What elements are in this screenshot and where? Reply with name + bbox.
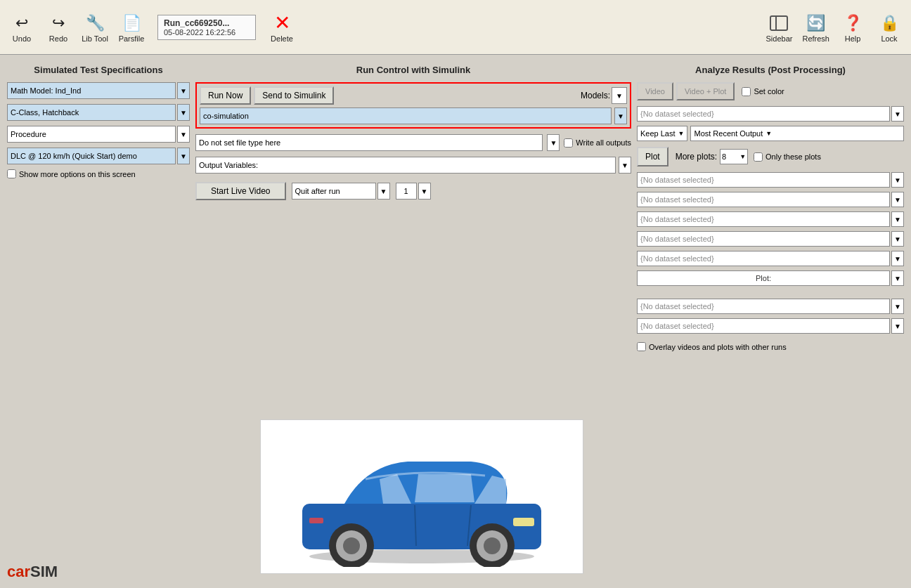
- video-button[interactable]: Video: [637, 82, 673, 100]
- more-plots-label: More plots:: [676, 152, 717, 162]
- run-control-row2: co-simulation ▼: [200, 107, 627, 124]
- dataset-select-6[interactable]: {No dataset selected}: [637, 251, 890, 266]
- dataset-select-2[interactable]: {No dataset selected}: [637, 172, 890, 188]
- math-model-row: Math Model: Ind_Ind ▼: [7, 82, 190, 99]
- undo-button[interactable]: ↩ Undo: [4, 9, 39, 46]
- delete-button[interactable]: ✕ Delete: [264, 9, 299, 46]
- delete-icon: ✕: [271, 12, 293, 34]
- sidebar-label: Sidebar: [766, 34, 793, 43]
- dataset-arrow-5[interactable]: ▼: [891, 231, 904, 247]
- keep-last-row: Keep Last ▼ Most Recent Output ▼: [637, 126, 904, 141]
- keep-last-select[interactable]: Keep Last ▼: [637, 126, 687, 141]
- start-live-video-button[interactable]: Start Live Video: [195, 182, 286, 200]
- co-simulation-label: co-simulation: [203, 112, 249, 120]
- dataset-row-7: {No dataset selected} ▼: [637, 299, 904, 314]
- dataset-select-3[interactable]: {No dataset selected}: [637, 192, 890, 207]
- overlay-checkbox[interactable]: [637, 342, 646, 351]
- svg-rect-11: [309, 518, 323, 523]
- sidebar-button[interactable]: Sidebar: [761, 9, 796, 46]
- dataset-arrow-4[interactable]: ▼: [891, 211, 904, 227]
- co-simulation-dropdown[interactable]: co-simulation: [200, 107, 612, 124]
- procedure-label: Procedure: [11, 130, 46, 138]
- plot-section-row: Plot: ▼: [637, 270, 904, 286]
- run-now-button[interactable]: Run Now: [200, 86, 251, 105]
- math-model-arrow[interactable]: ▼: [177, 82, 190, 99]
- write-all-outputs-checkbox[interactable]: [564, 138, 573, 148]
- dataset-select-7[interactable]: {No dataset selected}: [637, 299, 890, 314]
- vehicle-row: C-Class, Hatchback ▼: [7, 104, 190, 121]
- vehicle-arrow[interactable]: ▼: [177, 104, 190, 121]
- plot-main-row: Plot More plots: 8 ▼ Only these plots: [637, 147, 904, 166]
- quit-after-run-label: Quit after run: [295, 187, 340, 195]
- video-plot-button[interactable]: Video + Plot: [676, 82, 735, 100]
- quit-after-run-arrow[interactable]: ▼: [377, 183, 390, 200]
- svg-rect-10: [513, 518, 534, 526]
- procedure-dropdown[interactable]: Procedure: [7, 126, 176, 143]
- parsfile-button[interactable]: 📄 Parsfile: [114, 9, 149, 46]
- refresh-button[interactable]: 🔄 Refresh: [798, 9, 834, 46]
- help-button[interactable]: ❓ Help: [835, 9, 870, 46]
- output-variables-dropdown[interactable]: Output Variables:: [195, 157, 616, 174]
- dataset-arrow-1[interactable]: ▼: [891, 106, 904, 122]
- dataset-select-4[interactable]: {No dataset selected}: [637, 211, 890, 227]
- models-label: Models:: [581, 91, 610, 100]
- math-model-dropdown[interactable]: Math Model: Ind_Ind: [7, 82, 176, 99]
- dataset-select-1[interactable]: {No dataset selected}: [637, 106, 890, 122]
- lock-icon: 🔒: [878, 12, 900, 34]
- lib-tool-button[interactable]: 🔧 Lib Tool: [77, 9, 112, 46]
- carsim-logo: carSIM: [7, 563, 58, 581]
- dataset-row-3: {No dataset selected} ▼: [637, 192, 904, 207]
- simulated-test-title: Simulated Test Specifications: [7, 62, 190, 79]
- dataset-arrow-6[interactable]: ▼: [891, 251, 904, 266]
- dataset-select-8[interactable]: {No dataset selected}: [637, 318, 890, 334]
- output-variables-arrow[interactable]: ▼: [619, 157, 631, 174]
- models-arrow[interactable]: ▼: [612, 87, 627, 104]
- only-these-plots-row: Only these plots: [754, 152, 821, 162]
- file-type-row: Do not set file type here ▼ Write all ou…: [195, 134, 631, 151]
- only-these-plots-label: Only these plots: [765, 152, 821, 161]
- dlc-row: DLC @ 120 km/h (Quick Start) demo ▼: [7, 148, 190, 164]
- output-variables-label: Output Variables:: [199, 161, 258, 169]
- file-type-dropdown[interactable]: Do not set file type here: [195, 134, 543, 151]
- plot-button[interactable]: Plot: [637, 147, 668, 166]
- procedure-arrow[interactable]: ▼: [177, 126, 190, 143]
- show-more-checkbox[interactable]: [7, 169, 16, 178]
- dataset-select-5[interactable]: {No dataset selected}: [637, 231, 890, 247]
- run-count-dropdown[interactable]: 1: [396, 183, 417, 200]
- more-plots-count[interactable]: 8 ▼: [720, 149, 748, 164]
- dataset-arrow-7[interactable]: ▼: [891, 299, 904, 314]
- output-variables-row: Output Variables: ▼: [195, 157, 631, 174]
- dlc-dropdown[interactable]: DLC @ 120 km/h (Quick Start) demo: [7, 148, 176, 164]
- plot-section-label: Plot:: [756, 274, 771, 282]
- send-to-simulink-button[interactable]: Send to Simulink: [254, 86, 334, 105]
- co-simulation-arrow[interactable]: ▼: [614, 107, 627, 124]
- dlc-arrow[interactable]: ▼: [177, 148, 190, 164]
- show-more-label: Show more options on this screen: [19, 170, 136, 178]
- parsfile-label: Parsfile: [119, 34, 145, 43]
- run-count-label: 1: [403, 187, 408, 195]
- plot-section-arrow[interactable]: ▼: [891, 270, 904, 286]
- run-count-arrow[interactable]: ▼: [418, 183, 431, 200]
- live-video-row: Start Live Video Quit after run ▼ 1 ▼: [195, 182, 631, 200]
- file-type-arrow[interactable]: ▼: [547, 134, 560, 151]
- plot-section-select[interactable]: Plot:: [637, 270, 890, 286]
- dataset-arrow-3[interactable]: ▼: [891, 192, 904, 207]
- vehicle-label: C-Class, Hatchback: [11, 108, 79, 117]
- simulated-test-panel: Simulated Test Specifications Math Model…: [7, 62, 190, 581]
- lock-button[interactable]: 🔒 Lock: [872, 9, 907, 46]
- procedure-row: Procedure ▼: [7, 126, 190, 143]
- svg-rect-0: [770, 16, 787, 30]
- dataset-arrow-2[interactable]: ▼: [891, 172, 904, 188]
- quit-after-run-dropdown[interactable]: Quit after run: [292, 183, 376, 200]
- file-type-label: Do not set file type here: [199, 138, 280, 147]
- most-recent-select[interactable]: Most Recent Output ▼: [690, 126, 904, 141]
- only-these-plots-checkbox[interactable]: [754, 152, 763, 162]
- dataset-arrow-8[interactable]: ▼: [891, 318, 904, 334]
- most-recent-label: Most Recent Output: [694, 129, 763, 138]
- refresh-icon: 🔄: [805, 12, 827, 34]
- vehicle-dropdown[interactable]: C-Class, Hatchback: [7, 104, 176, 121]
- redo-button[interactable]: ↪ Redo: [41, 9, 76, 46]
- parsfile-icon: 📄: [120, 12, 143, 34]
- svg-point-9: [484, 537, 500, 554]
- set-color-checkbox[interactable]: [742, 87, 751, 96]
